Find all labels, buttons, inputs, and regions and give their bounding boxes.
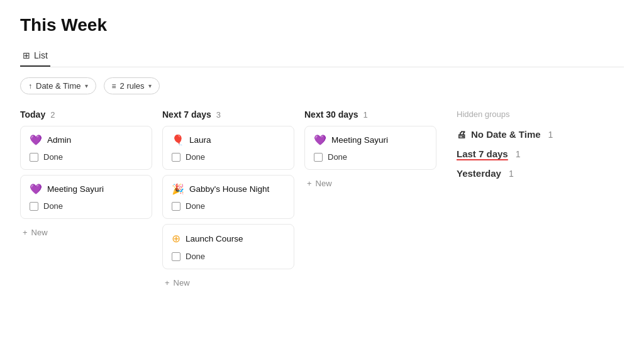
next30days-new-plus-icon: +	[307, 179, 312, 188]
card-laura: 🎈 Laura Done	[162, 126, 294, 170]
card-gabbys-house-night-done-label: Done	[186, 201, 205, 211]
card-admin: 💜 Admin Done	[20, 126, 152, 170]
card-meeting-sayuri-30-emoji: 💜	[314, 134, 326, 146]
next7days-new-label: New	[174, 278, 190, 287]
column-next7days-header: Next 7 days 3	[162, 109, 294, 120]
column-next30days: Next 30 days 1 💜 Meeting Sayuri Done + N…	[304, 109, 436, 192]
column-today-count: 2	[50, 110, 55, 120]
column-today-label: Today	[20, 109, 45, 120]
card-launch-course-label: Launch Course	[186, 234, 243, 243]
rules-chevron-icon: ▾	[148, 82, 152, 89]
hidden-group-last7days[interactable]: Last 7 days 1	[457, 148, 624, 159]
tabs-bar: ⊞ List	[20, 45, 624, 67]
today-new-button[interactable]: + New	[20, 224, 50, 241]
no-date-time-label: No Date & Time	[471, 129, 541, 140]
column-today: Today 2 💜 Admin Done 💜 Meeting Sayuri Do…	[20, 109, 152, 241]
card-laura-done-label: Done	[186, 152, 205, 162]
card-meeting-sayuri-30-done-label: Done	[328, 152, 347, 162]
card-gabbys-house-night-emoji: 🎉	[172, 183, 184, 195]
column-today-header: Today 2	[20, 109, 152, 120]
card-meeting-sayuri-30-title-row: 💜 Meeting Sayuri	[314, 134, 427, 146]
tab-list[interactable]: ⊞ List	[20, 45, 50, 67]
card-launch-course-done-label: Done	[186, 252, 205, 261]
column-next30days-header: Next 30 days 1	[304, 109, 436, 120]
sort-chevron-icon: ▾	[85, 82, 88, 89]
card-meeting-sayuri-30-done-row: Done	[314, 152, 427, 162]
rules-button[interactable]: ≡ 2 rules ▾	[104, 77, 160, 94]
card-meeting-sayuri-30-label: Meeting Sayuri	[331, 135, 388, 145]
last7days-count: 1	[516, 149, 521, 159]
card-laura-title-row: 🎈 Laura	[172, 134, 285, 146]
card-laura-emoji: 🎈	[172, 134, 184, 146]
sort-button-label: Date & Time	[36, 81, 81, 91]
no-date-time-count: 1	[548, 130, 553, 140]
card-admin-done-label: Done	[43, 152, 63, 162]
column-next30days-label: Next 30 days	[304, 109, 358, 120]
card-gabbys-house-night-title-row: 🎉 Gabby's House Night	[172, 183, 285, 195]
columns-container: Today 2 💜 Admin Done 💜 Meeting Sayuri Do…	[20, 109, 624, 291]
card-gabbys-house-night-done-row: Done	[172, 201, 285, 211]
card-launch-course-title-row: ⊕ Launch Course	[172, 232, 285, 245]
card-meeting-sayuri-today-emoji: 💜	[30, 183, 42, 195]
card-launch-course-icon: ⊕	[172, 232, 180, 245]
today-new-plus-icon: +	[23, 228, 28, 237]
next30days-new-label: New	[316, 179, 332, 188]
column-next7days-label: Next 7 days	[162, 109, 211, 120]
card-admin-label: Admin	[47, 135, 71, 145]
card-admin-done-row: Done	[30, 152, 143, 162]
card-admin-emoji: 💜	[30, 134, 42, 146]
rules-button-label: 2 rules	[120, 81, 145, 91]
column-next30days-count: 1	[364, 110, 368, 120]
next7days-new-plus-icon: +	[165, 278, 170, 287]
card-laura-done-checkbox[interactable]	[172, 153, 180, 162]
toolbar: ↑ Date & Time ▾ ≡ 2 rules ▾	[20, 77, 624, 94]
tab-list-label: List	[34, 50, 48, 60]
card-meeting-sayuri-today-done-checkbox[interactable]	[30, 202, 38, 211]
yesterday-label: Yesterday	[457, 168, 501, 179]
column-next7days: Next 7 days 3 🎈 Laura Done 🎉 Gabby's Hou…	[162, 109, 294, 291]
card-meeting-sayuri-today-label: Meeting Sayuri	[47, 184, 104, 194]
hidden-groups-title: Hidden groups	[457, 109, 624, 119]
next30days-new-button[interactable]: + New	[304, 175, 335, 192]
card-meeting-sayuri-30: 💜 Meeting Sayuri Done	[304, 126, 436, 170]
next7days-new-button[interactable]: + New	[162, 274, 192, 291]
hidden-group-yesterday[interactable]: Yesterday 1	[457, 168, 624, 179]
last7days-label: Last 7 days	[457, 148, 508, 159]
card-meeting-sayuri-today: 💜 Meeting Sayuri Done	[20, 175, 152, 219]
list-icon: ⊞	[23, 50, 30, 60]
column-next7days-count: 3	[216, 110, 221, 120]
sort-arrow-icon: ↑	[28, 82, 32, 91]
card-laura-done-row: Done	[172, 152, 285, 162]
no-date-time-icon: 🖨	[457, 129, 466, 140]
card-launch-course-done-checkbox[interactable]	[172, 252, 180, 261]
yesterday-count: 1	[509, 169, 514, 179]
card-launch-course-done-row: Done	[172, 252, 285, 261]
hidden-groups-section: Hidden groups 🖨 No Date & Time 1 Last 7 …	[447, 109, 624, 187]
today-new-label: New	[31, 228, 48, 237]
card-admin-done-checkbox[interactable]	[30, 153, 38, 162]
hidden-group-no-date-time[interactable]: 🖨 No Date & Time 1	[457, 129, 624, 140]
rules-icon: ≡	[112, 82, 116, 91]
card-laura-label: Laura	[189, 135, 211, 145]
page-title: This Week	[20, 15, 624, 35]
card-admin-title-row: 💜 Admin	[30, 134, 143, 146]
card-meeting-sayuri-30-done-checkbox[interactable]	[314, 153, 323, 162]
sort-date-time-button[interactable]: ↑ Date & Time ▾	[20, 77, 96, 94]
card-gabbys-house-night: 🎉 Gabby's House Night Done	[162, 175, 294, 219]
card-launch-course: ⊕ Launch Course Done	[162, 224, 294, 269]
card-meeting-sayuri-today-title-row: 💜 Meeting Sayuri	[30, 183, 143, 195]
card-gabbys-house-night-done-checkbox[interactable]	[172, 202, 180, 211]
card-meeting-sayuri-today-done-label: Done	[43, 201, 63, 211]
card-meeting-sayuri-today-done-row: Done	[30, 201, 143, 211]
card-gabbys-house-night-label: Gabby's House Night	[189, 184, 269, 194]
